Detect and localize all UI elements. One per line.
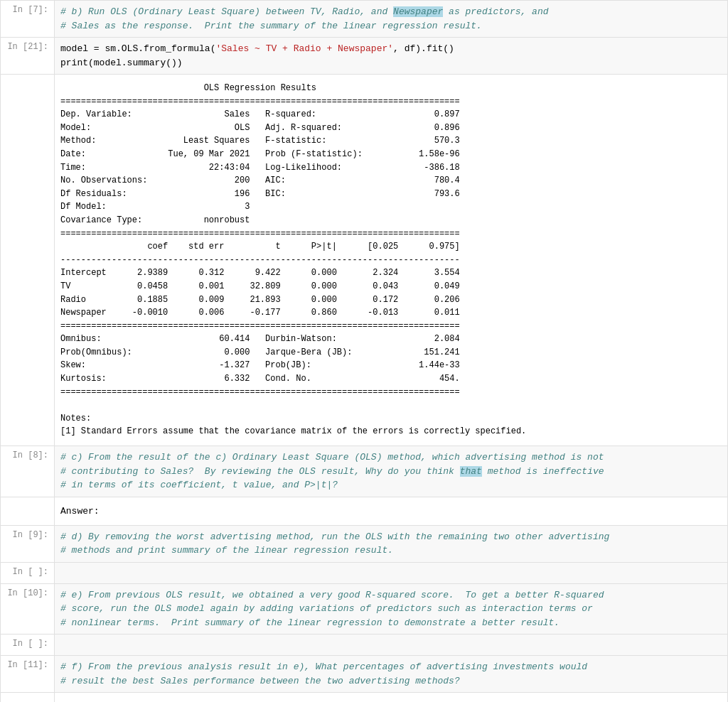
cell-11-output-label: [1, 693, 54, 702]
cell-7-content[interactable]: # b) Run OLS (Ordinary Least Square) bet…: [54, 1, 727, 37]
cell-11-output: Answer:: [0, 693, 728, 702]
cell-10-label: In [10]:: [1, 584, 54, 634]
cell-11: In [11]: # f) From the previous analysis…: [0, 656, 728, 693]
cell-8-content[interactable]: # c) From the result of the c) Ordinary …: [54, 446, 727, 497]
cell-empty-2-label: In [ ]:: [1, 634, 54, 655]
cell-8-label: In [8]:: [1, 446, 54, 497]
cell-8-output-content: Answer:: [54, 497, 727, 525]
notebook: In [7]: # b) Run OLS (Ordinary Least Squ…: [0, 0, 728, 702]
cell-9-content[interactable]: # d) By removing the worst advertising m…: [54, 526, 727, 562]
cell-10-code: # e) From previous OLS result, we obtain…: [60, 588, 722, 630]
cell-21-output-content: OLS Regression Results =================…: [54, 75, 727, 446]
ols-results: OLS Regression Results =================…: [60, 79, 722, 441]
cell-10-content[interactable]: # e) From previous OLS result, we obtain…: [54, 584, 727, 634]
cell-21-label: In [21]:: [1, 38, 54, 74]
cell-8-output-label: [1, 497, 54, 525]
cell-11-answer-label: Answer:: [60, 697, 722, 702]
cell-empty-1-label: In [ ]:: [1, 563, 54, 583]
cell-empty-2-content[interactable]: [54, 634, 727, 655]
cell-7-code: # b) Run OLS (Ordinary Least Square) bet…: [60, 5, 722, 33]
cell-11-label: In [11]:: [1, 656, 54, 692]
cell-21: In [21]: model = sm.OLS.from_formula('Sa…: [0, 38, 728, 75]
cell-7: In [7]: # b) Run OLS (Ordinary Least Squ…: [0, 0, 728, 38]
cell-empty-1-content[interactable]: [54, 563, 727, 583]
cell-9-code: # d) By removing the worst advertising m…: [60, 530, 722, 558]
cell-8: In [8]: # c) From the result of the c) O…: [0, 446, 728, 497]
cell-10: In [10]: # e) From previous OLS result, …: [0, 584, 728, 635]
cell-21-code: model = sm.OLS.from_formula('Sales ~ TV …: [60, 42, 722, 70]
cell-11-content[interactable]: # f) From the previous analysis result i…: [54, 656, 727, 692]
cell-9: In [9]: # d) By removing the worst adver…: [0, 526, 728, 563]
cell-8-code: # c) From the result of the c) Ordinary …: [60, 450, 722, 492]
cell-7-label: In [7]:: [1, 1, 54, 37]
cell-21-output: OLS Regression Results =================…: [0, 75, 728, 446]
cell-8-output: Answer:: [0, 497, 728, 526]
cell-8-answer-label: Answer:: [60, 502, 722, 521]
cell-empty-2: In [ ]:: [0, 634, 728, 656]
cell-21-content[interactable]: model = sm.OLS.from_formula('Sales ~ TV …: [54, 38, 727, 74]
cell-empty-1: In [ ]:: [0, 563, 728, 584]
cell-11-code: # f) From the previous analysis result i…: [60, 660, 722, 688]
cell-11-output-content: Answer:: [54, 693, 727, 702]
cell-21-output-label: [1, 75, 54, 446]
cell-9-label: In [9]:: [1, 526, 54, 562]
